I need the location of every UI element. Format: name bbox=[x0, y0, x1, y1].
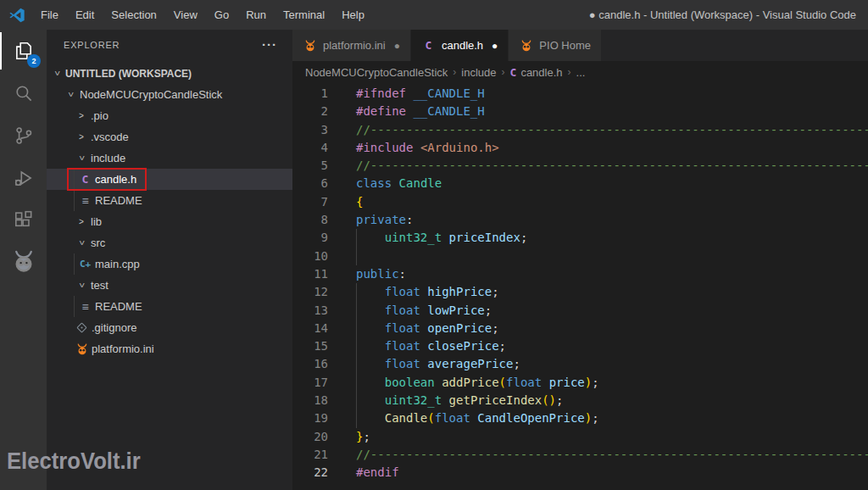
tree-item-.pio[interactable]: >.pio bbox=[47, 105, 292, 126]
line-number[interactable]: 1 bbox=[292, 85, 328, 103]
breadcrumb-item[interactable]: ... bbox=[576, 66, 586, 79]
line-number[interactable]: 2 bbox=[292, 103, 328, 120]
tree-item-readme[interactable]: ≡README bbox=[47, 190, 292, 211]
breadcrumb-item[interactable]: include bbox=[461, 66, 496, 79]
breadcrumb-item[interactable]: Ccandle.h bbox=[510, 66, 563, 79]
tree-item-include[interactable]: >include bbox=[47, 148, 292, 169]
code-line: 21//------------------------------------… bbox=[292, 446, 868, 464]
menu-item-terminal[interactable]: Terminal bbox=[275, 0, 333, 30]
activity-item-platformio[interactable] bbox=[0, 242, 47, 284]
chevron-down-icon: > bbox=[66, 88, 75, 102]
code-line: 5//-------------------------------------… bbox=[292, 157, 868, 175]
activity-item-search[interactable] bbox=[0, 72, 47, 114]
modified-dot-icon[interactable]: ● bbox=[394, 40, 400, 52]
line-number[interactable]: 5 bbox=[292, 157, 328, 175]
activity-item-run-debug[interactable] bbox=[0, 157, 47, 199]
line-number[interactable]: 16 bbox=[292, 355, 328, 373]
tab-candle.h[interactable]: Ccandle.h● bbox=[411, 30, 509, 61]
tab-label: platformio.ini bbox=[323, 39, 386, 52]
readme-file-icon: ≡ bbox=[78, 194, 92, 208]
chevron-right-icon: > bbox=[75, 132, 88, 142]
tree-item-lib[interactable]: >lib bbox=[47, 211, 292, 232]
platformio-ant-icon bbox=[76, 343, 88, 355]
code-line-text[interactable]: }; bbox=[356, 428, 370, 446]
code-line-text[interactable]: float closePrice; bbox=[356, 337, 506, 355]
tree-item-platformio.ini[interactable]: platformio.ini bbox=[47, 338, 292, 359]
platformio-file-icon bbox=[303, 40, 317, 52]
code-line: 9 uint32_t priceIndex; bbox=[292, 229, 868, 247]
tree-item-nodemcucryptocandlestick[interactable]: >NodeMCUCryptoCandleStick bbox=[47, 84, 292, 105]
cpp-file-icon: C+ bbox=[78, 259, 92, 270]
menu-item-help[interactable]: Help bbox=[333, 0, 373, 30]
more-actions-icon[interactable]: ··· bbox=[262, 37, 277, 52]
line-number[interactable]: 14 bbox=[292, 320, 328, 337]
tree-item-src[interactable]: >src bbox=[47, 232, 292, 253]
line-number[interactable]: 18 bbox=[292, 392, 328, 409]
line-number[interactable]: 22 bbox=[292, 464, 328, 482]
code-line-text[interactable]: boolean addPrice(float price); bbox=[356, 374, 599, 392]
menu-item-file[interactable]: File bbox=[32, 0, 67, 30]
code-line-text[interactable]: #include <Arduino.h> bbox=[356, 139, 499, 157]
line-number[interactable]: 3 bbox=[292, 121, 328, 139]
tab-pio-home[interactable]: PIO Home bbox=[509, 30, 602, 61]
tab-platformio.ini[interactable]: platformio.ini● bbox=[292, 30, 411, 61]
menu-item-view[interactable]: View bbox=[165, 0, 206, 30]
tree-item-main.cpp[interactable]: C+main.cpp bbox=[47, 253, 292, 275]
line-number[interactable]: 12 bbox=[292, 283, 328, 301]
code-editor[interactable]: 1#ifndef __CANDLE_H2#define __CANDLE_H3/… bbox=[292, 83, 868, 490]
line-number[interactable]: 6 bbox=[292, 175, 328, 192]
line-number[interactable]: 19 bbox=[292, 409, 328, 427]
line-number[interactable]: 11 bbox=[292, 265, 328, 283]
activity-item-explorer[interactable]: 2 bbox=[0, 30, 47, 72]
code-line-text[interactable]: Candle(float CandleOpenPrice); bbox=[356, 409, 599, 427]
code-line-text[interactable]: #ifndef __CANDLE_H bbox=[356, 85, 485, 103]
watermark: ElectroVolt.ir bbox=[7, 448, 141, 475]
tree-item-.gitignore[interactable]: .gitignore bbox=[47, 317, 292, 338]
line-number[interactable]: 20 bbox=[292, 428, 328, 446]
code-line-text[interactable]: float lowPrice; bbox=[356, 302, 492, 320]
tree-item-.vscode[interactable]: >.vscode bbox=[47, 126, 292, 148]
code-line-text[interactable]: public: bbox=[356, 265, 406, 283]
menu-item-edit[interactable]: Edit bbox=[67, 0, 103, 30]
code-line-text[interactable]: float openPrice; bbox=[356, 320, 499, 337]
code-line-text[interactable]: float averagePrice; bbox=[356, 355, 520, 373]
tree-item-candle.h[interactable]: Ccandle.h bbox=[47, 169, 292, 190]
code-line-text[interactable]: private: bbox=[356, 211, 413, 229]
line-number[interactable]: 15 bbox=[292, 337, 328, 355]
tree-item-untitled-workspace-[interactable]: >UNTITLED (WORKSPACE) bbox=[47, 63, 292, 84]
line-number[interactable]: 13 bbox=[292, 302, 328, 320]
code-line-text[interactable]: float highPrice; bbox=[356, 283, 499, 301]
tree-item-label: test bbox=[91, 279, 108, 292]
explorer-header: EXPLORER ··· bbox=[47, 30, 292, 59]
explorer-title: EXPLORER bbox=[64, 40, 120, 50]
menu-item-run[interactable]: Run bbox=[237, 0, 275, 30]
code-line-text[interactable]: #endif bbox=[356, 464, 399, 482]
code-line-text[interactable]: uint32_t getPriceIndex(); bbox=[356, 392, 563, 409]
tree-item-label: src bbox=[91, 237, 105, 249]
code-line-text[interactable]: //--------------------------------------… bbox=[356, 446, 868, 464]
line-number[interactable]: 8 bbox=[292, 211, 328, 229]
code-line-text[interactable]: class Candle bbox=[356, 175, 442, 192]
code-line: 7{ bbox=[292, 193, 868, 211]
tree-item-label: README bbox=[95, 194, 142, 207]
menu-item-go[interactable]: Go bbox=[206, 0, 237, 30]
chevron-right-icon: > bbox=[75, 217, 88, 226]
line-number[interactable]: 9 bbox=[292, 229, 328, 247]
breadcrumb-item[interactable]: NodeMCUCryptoCandleStick bbox=[305, 66, 448, 79]
modified-dot-icon[interactable]: ● bbox=[492, 40, 498, 52]
line-number[interactable]: 21 bbox=[292, 446, 328, 464]
code-line-text[interactable]: uint32_t priceIndex; bbox=[356, 229, 527, 247]
menu-item-selection[interactable]: Selection bbox=[103, 0, 164, 30]
line-number[interactable]: 17 bbox=[292, 374, 328, 392]
code-line-text[interactable]: { bbox=[356, 193, 363, 211]
tree-item-test[interactable]: >test bbox=[47, 275, 292, 296]
code-line-text[interactable]: #define __CANDLE_H bbox=[356, 103, 485, 120]
activity-item-source-control[interactable] bbox=[0, 114, 47, 157]
activity-item-extensions[interactable] bbox=[0, 199, 47, 242]
line-number[interactable]: 4 bbox=[292, 139, 328, 157]
line-number[interactable]: 10 bbox=[292, 248, 328, 265]
line-number[interactable]: 7 bbox=[292, 193, 328, 211]
tree-item-readme[interactable]: ≡README bbox=[47, 296, 292, 317]
code-line-text[interactable]: //--------------------------------------… bbox=[356, 121, 868, 139]
code-line-text[interactable]: //--------------------------------------… bbox=[356, 157, 868, 175]
